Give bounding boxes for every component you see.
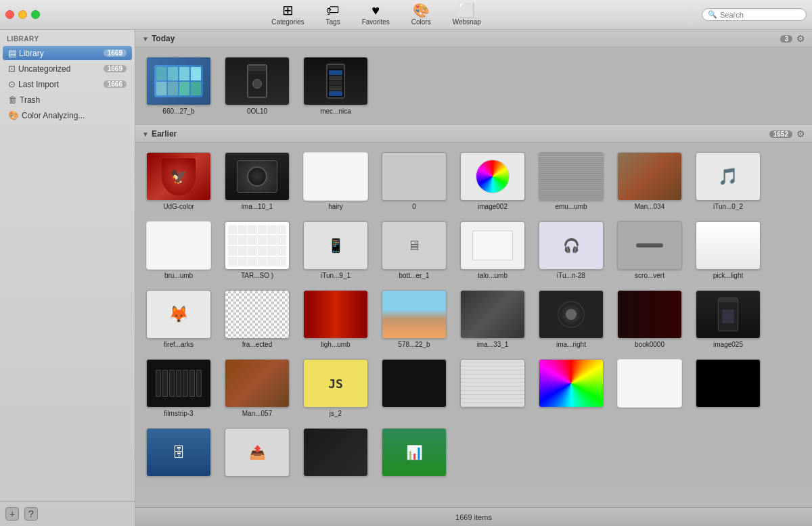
list-item[interactable]: Man...034 [613, 149, 686, 213]
list-item[interactable]: bru...umb [142, 218, 215, 282]
search-input[interactable] [720, 11, 800, 19]
content-scroll[interactable]: ▼ Today 3 ⚙ [135, 30, 812, 507]
thumb-e9 [146, 221, 211, 270]
list-item[interactable]: book0000 [613, 287, 686, 351]
list-item[interactable] [456, 356, 529, 420]
sidebar-item-label-trash: Trash [20, 95, 127, 105]
categories-label: Categories [271, 18, 304, 26]
thumb-e17: 🦊 [146, 290, 211, 339]
item-label: talo...umb [478, 272, 508, 279]
today-count: 3 [780, 35, 792, 43]
window-controls [5, 10, 40, 19]
list-item[interactable]: 🗄 [142, 425, 215, 481]
tags-label: Tags [326, 18, 340, 26]
toolbar-categories[interactable]: ⊞ Categories [261, 2, 315, 27]
maximize-button[interactable] [31, 10, 40, 19]
list-item[interactable]: 📤 [221, 425, 294, 481]
today-title: Today [152, 34, 781, 43]
item-label: 660...27_b [162, 107, 194, 115]
favorites-label: Favorites [362, 18, 390, 26]
list-item[interactable]: image002 [456, 149, 529, 213]
list-item[interactable] [692, 356, 765, 420]
list-item[interactable]: TAR...SO ) [221, 218, 294, 282]
list-item[interactable]: emu...umb [535, 149, 608, 213]
item-label: image002 [478, 203, 508, 210]
sidebar-item-library[interactable]: ▤ Library 1669 [3, 46, 132, 60]
thumb-e6 [539, 152, 604, 201]
minimize-button[interactable] [18, 10, 27, 19]
item-label: Man...034 [635, 203, 664, 210]
sidebar-item-trash[interactable]: 🗑 Trash [3, 93, 132, 107]
list-item[interactable]: talo...umb [456, 218, 529, 282]
list-item[interactable]: 🎧 iTu...n-28 [535, 218, 608, 282]
item-label: emu...umb [555, 203, 587, 210]
today-toggle[interactable]: ▼ [142, 35, 149, 43]
titlebar: ⊞ Categories 🏷 Tags ♥ Favorites 🎨 Colors… [0, 0, 812, 30]
list-item[interactable] [613, 356, 686, 420]
toolbar-tags[interactable]: 🏷 Tags [315, 2, 351, 27]
thumb-e36: 📊 [382, 428, 447, 477]
today-section-header: ▼ Today 3 ⚙ [135, 30, 812, 47]
sidebar-item-uncategorized[interactable]: ⊡ Uncategorized 1669 [3, 62, 132, 76]
item-label: TAR...SO ) [241, 272, 273, 279]
list-item[interactable]: 🖥 bott...er_1 [378, 218, 451, 282]
list-item[interactable]: 578...22_b [378, 287, 451, 351]
earlier-section: ▼ Earlier 1652 ⚙ 🦅 UdG-color ima...10_1 … [135, 125, 812, 488]
list-item[interactable]: ima...33_1 [456, 287, 529, 351]
thumb-0ol10 [225, 57, 290, 105]
list-item[interactable]: ima...right [535, 287, 608, 351]
search-box[interactable]: 🔍 [702, 8, 807, 21]
sidebar-item-last-import[interactable]: ⊙ Last Import 1666 [3, 77, 132, 91]
list-item[interactable]: 🦊 firef...arks [142, 287, 215, 351]
list-item[interactable]: ima...10_1 [221, 149, 294, 213]
thumb-e18 [225, 290, 290, 339]
list-item[interactable]: image025 [692, 287, 765, 351]
help-button[interactable]: ? [24, 507, 38, 521]
thumb-e24 [696, 290, 761, 339]
list-item[interactable]: hairy [299, 149, 372, 213]
toolbar: ⊞ Categories 🏷 Tags ♥ Favorites 🎨 Colors… [51, 2, 702, 27]
list-item[interactable]: 0OL10 [221, 54, 294, 118]
close-button[interactable] [5, 10, 14, 19]
thumb-e27: JS [303, 359, 368, 408]
thumb-e5 [460, 152, 525, 201]
list-item[interactable]: 📊 [378, 425, 451, 481]
thumb-e33: 🗄 [146, 428, 211, 477]
toolbar-favorites[interactable]: ♥ Favorites [351, 2, 401, 27]
sidebar-item-color-analyzing[interactable]: 🎨 Color Analyzing... [3, 108, 132, 122]
thumb-e35 [303, 428, 368, 477]
list-item[interactable] [378, 356, 451, 420]
list-item[interactable] [299, 425, 372, 481]
earlier-gear-icon[interactable]: ⚙ [796, 128, 805, 139]
list-item[interactable]: 660...27_b [142, 54, 215, 118]
earlier-title: Earlier [152, 129, 769, 139]
list-item[interactable]: fra...ected [221, 287, 294, 351]
thumb-660-27b [146, 57, 211, 105]
uncategorized-icon: ⊡ [8, 64, 16, 74]
list-item[interactable]: 🎵 iTun...0_2 [692, 149, 765, 213]
list-item[interactable]: filmstrip-3 [142, 356, 215, 420]
status-text: 1669 items [455, 513, 492, 521]
item-label: bott...er_1 [399, 272, 429, 279]
tags-icon: 🏷 [326, 3, 340, 17]
list-item[interactable]: Man...057 [221, 356, 294, 420]
toolbar-websnap[interactable]: ⬜ Websnap [442, 2, 492, 27]
list-item[interactable]: ligh...umb [299, 287, 372, 351]
list-item[interactable]: JS js_2 [299, 356, 372, 420]
add-button[interactable]: + [5, 507, 19, 521]
thumb-e30 [539, 359, 604, 408]
item-label: iTun...0_2 [713, 203, 743, 210]
list-item[interactable] [535, 356, 608, 420]
search-icon: 🔍 [708, 10, 717, 19]
list-item[interactable]: scro...vert [613, 218, 686, 282]
list-item[interactable]: 🦅 UdG-color [142, 149, 215, 213]
earlier-toggle[interactable]: ▼ [142, 130, 149, 138]
item-label: hairy [328, 203, 343, 210]
item-label: js_2 [330, 410, 342, 417]
list-item[interactable]: pick...light [692, 218, 765, 282]
list-item[interactable]: 0 [378, 149, 451, 213]
today-gear-icon[interactable]: ⚙ [796, 33, 805, 44]
list-item[interactable]: 📱 iTun...9_1 [299, 218, 372, 282]
toolbar-colors[interactable]: 🎨 Colors [401, 2, 442, 27]
list-item[interactable]: mec...nica [299, 54, 372, 118]
